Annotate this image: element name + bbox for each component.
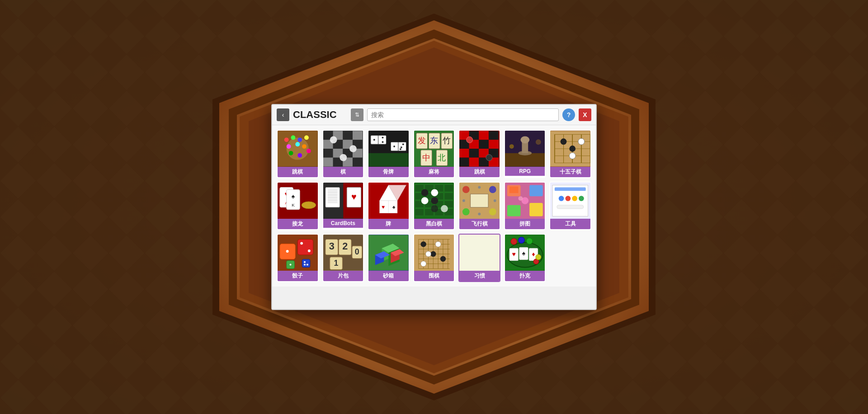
game-label-feixingqi: 飞行棋 <box>459 219 500 229</box>
game-item-shazi[interactable]: 骰子 <box>277 234 319 282</box>
svg-text:竹: 竹 <box>443 136 451 145</box>
game-item-rpg[interactable]: RPG <box>504 130 546 178</box>
svg-point-25 <box>297 153 302 158</box>
svg-point-130 <box>570 153 576 159</box>
svg-point-266 <box>511 239 517 245</box>
game-item-cardbots[interactable]: ♥ CardBots <box>322 182 364 230</box>
svg-point-218 <box>304 264 306 266</box>
game-label-pintu: 拼图 <box>505 219 545 229</box>
game-label-xiguan: 习惯 <box>459 271 500 281</box>
game-label-tiaopi: 跳棋 <box>459 167 500 177</box>
svg-point-58 <box>400 148 401 150</box>
svg-point-46 <box>340 154 347 161</box>
svg-rect-195 <box>507 205 521 216</box>
game-item-pianbao[interactable]: 3 2 0 1 片包 <box>322 234 364 282</box>
svg-text:♥: ♥ <box>382 204 385 210</box>
game-label-heibaiqi: 黑白棋 <box>414 219 454 229</box>
modal-body: 跳棋 棋 <box>272 125 596 287</box>
svg-rect-40 <box>323 158 333 167</box>
back-button[interactable]: ‹ <box>277 108 289 121</box>
svg-rect-43 <box>353 158 363 167</box>
svg-point-268 <box>526 238 533 245</box>
game-item-pai[interactable]: ♥ ♠ 牌 <box>368 182 410 230</box>
game-item-wuziqi[interactable]: 十五子棋 <box>549 130 591 178</box>
modal-header: ‹ CLASSIC ⇅ ? X <box>272 105 596 125</box>
game-item-gongju[interactable]: 工具 <box>549 182 591 230</box>
svg-point-22 <box>295 142 300 146</box>
game-item-feixingqi[interactable]: 飞行棋 <box>458 182 500 230</box>
svg-point-189 <box>478 213 481 216</box>
game-item-puke[interactable]: ♥ ♠ ♦ 扑克 <box>504 234 546 282</box>
svg-point-55 <box>393 146 395 147</box>
svg-rect-171 <box>415 209 424 216</box>
svg-rect-78 <box>489 140 499 149</box>
svg-rect-77 <box>479 140 489 149</box>
svg-rect-210 <box>297 239 313 254</box>
svg-point-129 <box>578 138 585 145</box>
svg-text:3: 3 <box>329 240 334 252</box>
game-item-shaxiang[interactable]: 砂箱 <box>368 234 410 282</box>
svg-rect-73 <box>479 131 489 140</box>
game-label-rpg: RPG <box>505 167 545 176</box>
svg-point-185 <box>489 208 496 216</box>
svg-point-51 <box>382 136 384 138</box>
svg-rect-162 <box>444 185 453 192</box>
search-input[interactable] <box>367 108 559 121</box>
svg-point-18 <box>291 135 296 140</box>
svg-text:1: 1 <box>334 259 338 268</box>
svg-rect-84 <box>469 158 479 167</box>
svg-rect-79 <box>459 149 469 158</box>
svg-rect-201 <box>555 187 586 191</box>
svg-text:中: 中 <box>422 153 430 162</box>
help-button[interactable]: ? <box>562 108 575 121</box>
close-icon: X <box>583 111 587 118</box>
svg-point-176 <box>431 189 438 196</box>
svg-text:0: 0 <box>354 247 359 256</box>
svg-text:♠: ♠ <box>292 193 295 200</box>
game-label-weiqi: 围棋 <box>414 271 454 281</box>
svg-point-175 <box>421 189 428 196</box>
game-item-tiaoji1[interactable]: 跳棋 <box>277 130 319 178</box>
game-item-gupai[interactable]: 骨牌 <box>368 130 410 178</box>
svg-rect-196 <box>529 203 543 216</box>
svg-point-138 <box>302 202 316 209</box>
svg-point-19 <box>297 137 302 142</box>
svg-point-57 <box>401 146 402 148</box>
back-icon: ‹ <box>282 111 284 118</box>
svg-rect-31 <box>353 131 363 140</box>
game-selector-modal: ‹ CLASSIC ⇅ ? X <box>271 104 597 310</box>
svg-point-187 <box>478 186 481 189</box>
svg-rect-74 <box>489 131 499 140</box>
svg-point-44 <box>330 136 337 143</box>
svg-text:♦: ♦ <box>532 251 535 258</box>
svg-point-177 <box>421 197 428 204</box>
svg-point-190 <box>462 199 465 202</box>
game-item-weiqi[interactable]: 围棋 <box>413 234 455 282</box>
svg-point-216 <box>304 261 306 263</box>
svg-text:♠: ♠ <box>392 204 395 210</box>
game-item-jielong[interactable]: ♥ A ♠ K 接龙 <box>277 182 319 230</box>
close-button[interactable]: X <box>579 108 591 121</box>
sort-button[interactable]: ⇅ <box>351 108 363 121</box>
svg-rect-30 <box>343 131 353 140</box>
game-item-heibaiqi[interactable]: 黑白棋 <box>413 182 455 230</box>
svg-point-188 <box>494 199 496 202</box>
game-label-majiang: 麻将 <box>414 167 454 177</box>
svg-point-16 <box>287 137 309 160</box>
svg-point-52 <box>382 141 384 143</box>
svg-point-256 <box>420 261 426 267</box>
svg-point-198 <box>518 196 523 201</box>
modal-footer <box>272 287 596 309</box>
svg-point-255 <box>440 256 446 262</box>
svg-point-179 <box>441 205 448 212</box>
game-item-xiguan[interactable]: 习惯 <box>458 234 500 282</box>
svg-rect-83 <box>459 158 469 167</box>
game-item-pintu[interactable]: 拼图 <box>504 182 546 230</box>
game-item-majiang[interactable]: 发 东 竹 中 北 麻将 <box>413 130 455 178</box>
svg-point-184 <box>462 208 470 216</box>
svg-rect-59 <box>368 153 409 167</box>
svg-point-182 <box>462 186 470 193</box>
game-item-tiaopi[interactable]: 跳棋 <box>458 130 500 178</box>
svg-rect-186 <box>471 194 488 207</box>
game-item-qi[interactable]: 棋 <box>322 130 364 178</box>
